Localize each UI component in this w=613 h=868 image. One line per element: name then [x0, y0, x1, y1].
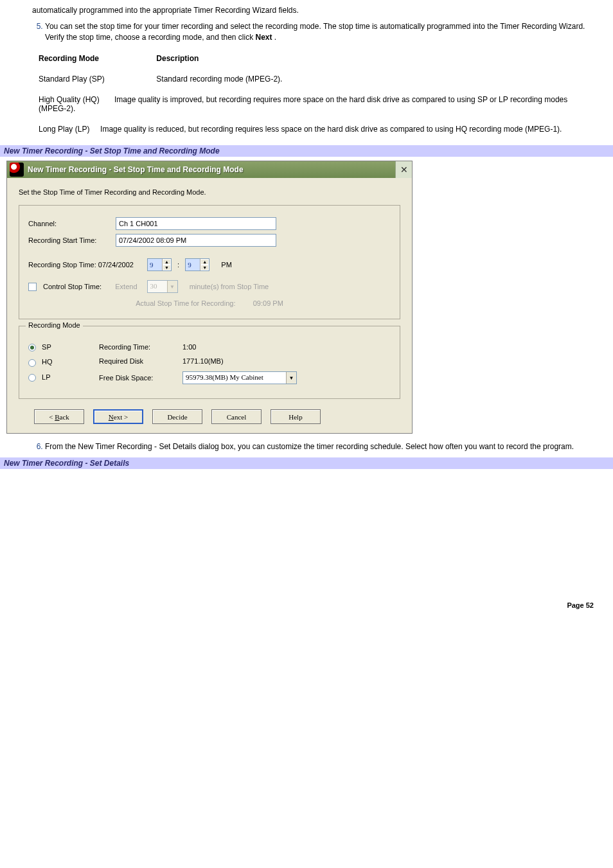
required-disk-value: 1771.10(MB): [182, 357, 224, 365]
radio-sp-label: SP: [42, 343, 51, 351]
start-time-input[interactable]: [116, 234, 276, 247]
chevron-down-icon: ▼: [167, 281, 177, 292]
intro-continuation: automatically programmed into the approp…: [32, 5, 587, 16]
required-disk-label: Required Disk: [99, 357, 182, 365]
table-row: Standard Play (SP) Standard recording mo…: [39, 75, 587, 84]
channel-label: Channel:: [28, 220, 112, 227]
actual-stop-value: 09:09 PM: [253, 299, 283, 307]
step6-text: From the New Timer Recording - Set Detai…: [45, 442, 574, 451]
table-row-desc: Image quality is reduced, but recording …: [100, 125, 562, 134]
radio-icon[interactable]: [28, 344, 36, 351]
stop-hour-spinner[interactable]: ▲ ▼: [147, 258, 172, 271]
control-stop-time-label: Control Stop Time:: [43, 283, 102, 290]
step5-next-bold: Next: [256, 33, 272, 42]
radio-hq-label: HQ: [42, 358, 53, 366]
free-disk-value: 95979.38(MB) My Cabinet: [183, 372, 286, 384]
recording-time-label: Recording Time:: [99, 343, 182, 351]
table-h2: Description: [156, 54, 199, 63]
extend-minutes-value: 30: [148, 281, 167, 292]
table-row-mode: Long Play (LP): [39, 125, 89, 134]
radio-lp-label: LP: [42, 373, 50, 381]
stop-minute-spinner[interactable]: ▲ ▼: [185, 258, 209, 271]
back-button[interactable]: < Back: [34, 409, 84, 424]
extend-unit-label: minute(s) from Stop Time: [190, 283, 269, 290]
dialog-instruction: Set the Stop Time of Timer Recording and…: [19, 188, 400, 196]
table-row-desc: Standard recording mode (MPEG-2).: [156, 75, 282, 84]
start-time-label: Recording Start Time:: [28, 236, 112, 244]
recording-mode-legend: Recording Mode: [26, 321, 83, 329]
stop-time-label: Recording Stop Time: 07/24/2002: [28, 261, 134, 269]
spin-up-icon[interactable]: ▲: [200, 259, 209, 265]
section-band-stop-time: New Timer Recording - Set Stop Time and …: [0, 145, 613, 157]
actual-stop-label: Actual Stop Time for Recording:: [136, 299, 235, 307]
close-icon[interactable]: ✕: [395, 161, 412, 178]
panel-times: Channel: Recording Start Time: Recording…: [19, 205, 400, 319]
radio-icon[interactable]: [28, 374, 36, 382]
stop-minute-input[interactable]: [186, 259, 200, 270]
page-number: Page 52: [0, 473, 613, 616]
channel-input[interactable]: [116, 217, 276, 230]
recording-time-value: 1:00: [182, 343, 196, 351]
step-5: You can set the stop time for your timer…: [45, 21, 587, 43]
dialog-new-timer-recording: New Timer Recording - Set Stop Time and …: [6, 161, 413, 434]
stop-ampm: PM: [221, 261, 232, 269]
section-band-set-details: New Timer Recording - Set Details: [0, 457, 613, 469]
radio-hq[interactable]: HQ: [28, 358, 99, 366]
free-disk-combo[interactable]: 95979.38(MB) My Cabinet ▼: [182, 371, 297, 384]
radio-sp[interactable]: SP: [28, 343, 99, 351]
table-row-mode: High Quality (HQ): [39, 95, 100, 104]
table-row: High Quality (HQ) Image quality is impro…: [39, 95, 587, 113]
extend-minutes-combo: 30 ▼: [147, 280, 178, 293]
table-row-desc: Image quality is improved, but recording…: [39, 95, 567, 113]
table-row: Long Play (LP) Image quality is reduced,…: [39, 125, 587, 134]
free-disk-label: Free Disk Space:: [99, 374, 182, 382]
panel-recording-mode: Recording Mode SP HQ LP: [19, 326, 400, 399]
spin-down-icon[interactable]: ▼: [200, 265, 209, 270]
extend-label: Extend: [115, 283, 137, 290]
titlebar[interactable]: New Timer Recording - Set Stop Time and …: [7, 161, 412, 178]
next-button[interactable]: Next >: [93, 409, 143, 424]
control-stop-time-checkbox[interactable]: [28, 283, 37, 291]
radio-icon[interactable]: [28, 359, 36, 367]
spin-up-icon[interactable]: ▲: [163, 259, 171, 265]
help-button[interactable]: Help: [271, 409, 321, 424]
radio-lp[interactable]: LP: [28, 373, 99, 382]
cancel-button[interactable]: Cancel: [211, 409, 262, 424]
step-6: From the New Timer Recording - Set Detai…: [45, 441, 587, 452]
step5-text-post: .: [272, 33, 277, 42]
decide-button[interactable]: Decide: [152, 409, 202, 424]
table-h1: Recording Mode: [39, 54, 154, 63]
table-header-row: Recording Mode Description: [39, 54, 587, 63]
step5-text-pre: You can set the stop time for your timer…: [45, 22, 585, 42]
table-row-mode: Standard Play (SP): [39, 75, 154, 84]
spin-down-icon[interactable]: ▼: [163, 265, 171, 270]
dialog-title: New Timer Recording - Set Stop Time and …: [26, 161, 395, 178]
stop-hour-input[interactable]: [148, 259, 162, 270]
time-colon: :: [175, 261, 181, 269]
app-icon: [10, 163, 24, 177]
chevron-down-icon[interactable]: ▼: [286, 372, 296, 384]
